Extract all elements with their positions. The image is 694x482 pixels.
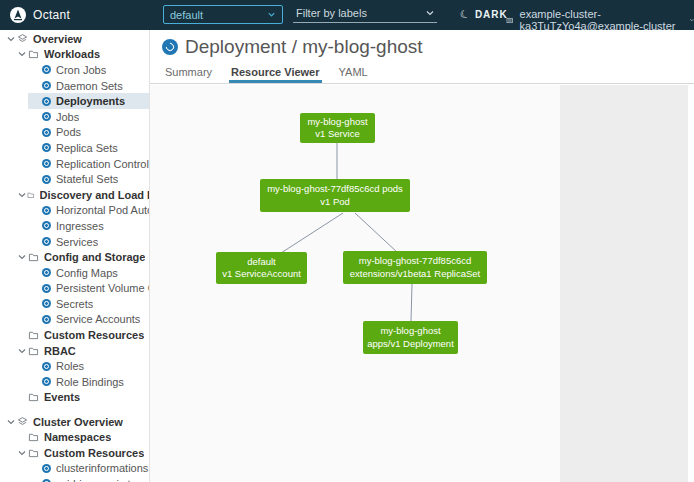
sidebar-item-config-and-storage[interactable]: Config and Storage xyxy=(0,249,149,265)
chevron-down-icon[interactable] xyxy=(17,252,27,262)
graph-node-pod[interactable]: my-blog-ghost-77df85c6cd podsv1 Pod xyxy=(260,179,410,212)
resource-icon xyxy=(42,112,51,121)
chevron-slot xyxy=(17,252,28,262)
resource-icon xyxy=(42,143,51,152)
sidebar-item-replication-controllers[interactable]: Replication Controllers xyxy=(28,156,149,172)
node-label-line: my-blog-ghost xyxy=(380,325,440,337)
graph-node-replicaset[interactable]: my-blog-ghost-77df85c6cdextensions/v1bet… xyxy=(343,251,487,284)
sidebar-item-stateful-sets[interactable]: Stateful Sets xyxy=(28,171,149,187)
sidebar-item-clusterinformations-crd-projec[interactable]: clusterinformations.crd.projec xyxy=(28,461,149,477)
tab-bar: SummaryResource ViewerYAML xyxy=(150,64,694,84)
node-label-line: extensions/v1beta1 ReplicaSet xyxy=(350,268,480,280)
label-filter-input[interactable]: Filter by labels xyxy=(293,5,437,23)
chevron-down-icon[interactable] xyxy=(17,346,27,356)
sidebar-item-label: Config Maps xyxy=(56,267,118,279)
tab-summary[interactable]: Summary xyxy=(163,64,214,83)
namespace-select[interactable]: default xyxy=(163,5,283,24)
sidebar-item-label: Custom Resources xyxy=(44,329,144,341)
resource-icon xyxy=(42,268,51,277)
sidebar-item-persistent-volume-claims[interactable]: Persistent Volume Claims xyxy=(28,281,149,297)
sidebar-item-label: Cluster Overview xyxy=(33,416,123,428)
cluster-context-dropdown[interactable]: example-cluster-ka3TuTzYo4a@example-clus… xyxy=(506,8,694,32)
sidebar-item-pods[interactable]: Pods xyxy=(28,125,149,141)
node-label-line: my-blog-ghost-77df85c6cd pods xyxy=(267,183,403,195)
node-label-line: apps/v1 Deployment xyxy=(367,338,454,350)
sidebar-item-jobs[interactable]: Jobs xyxy=(28,109,149,125)
sidebar-item-label: Config and Storage xyxy=(44,251,145,263)
deployment-icon xyxy=(162,39,178,55)
sidebar-item-custom-resources[interactable]: Custom Resources xyxy=(0,327,149,343)
sidebar-item-daemon-sets[interactable]: Daemon Sets xyxy=(28,78,149,94)
sidebar-item-label: Service Accounts xyxy=(56,313,140,325)
chevron-down-icon[interactable] xyxy=(17,448,27,458)
resource-icon xyxy=(42,464,51,473)
sidebar-item-label: Replica Sets xyxy=(56,142,118,154)
folder-icon xyxy=(28,330,39,340)
sidebar-item-rbac[interactable]: RBAC xyxy=(0,343,149,359)
graph-node-serviceaccount[interactable]: defaultv1 ServiceAccount xyxy=(216,252,307,284)
sidebar-item-events[interactable]: Events xyxy=(0,390,149,406)
chevron-down-icon[interactable] xyxy=(17,190,27,200)
sidebar-item-replica-sets[interactable]: Replica Sets xyxy=(28,140,149,156)
node-label-line: default xyxy=(247,256,276,268)
chevron-down-icon[interactable] xyxy=(17,49,27,59)
folder-icon xyxy=(28,448,39,458)
sidebar-item-label: Role Bindings xyxy=(56,376,124,388)
sidebar-item-secrets[interactable]: Secrets xyxy=(28,296,149,312)
node-label-line: my-blog-ghost xyxy=(307,116,367,128)
dark-mode-toggle[interactable]: ☾ DARK xyxy=(460,8,508,21)
node-label-line: v1 Pod xyxy=(320,196,350,208)
sidebar-item-label: Daemon Sets xyxy=(56,80,123,92)
sidebar-item-deployments[interactable]: Deployments xyxy=(28,93,149,109)
layers-icon xyxy=(17,33,28,44)
sidebar-item-label: Overview xyxy=(33,33,82,45)
sidebar-item-label: Deployments xyxy=(56,95,125,107)
sidebar-item-discovery-and-load-balancing[interactable]: Discovery and Load Balancing xyxy=(0,187,149,203)
sidebar-item-cluster-overview[interactable]: Cluster Overview xyxy=(0,414,149,430)
resource-icon xyxy=(42,315,51,324)
octant-logo-icon xyxy=(10,7,26,23)
tab-resource-viewer[interactable]: Resource Viewer xyxy=(229,64,321,83)
sidebar-item-overview[interactable]: Overview xyxy=(0,31,149,47)
sidebar-item-horizontal-pod-autoscalers[interactable]: Horizontal Pod Autoscalers xyxy=(28,203,149,219)
resource-icon xyxy=(42,221,51,230)
resource-icon xyxy=(42,206,51,215)
resource-icon xyxy=(42,65,51,74)
resource-icon xyxy=(42,362,51,371)
resource-icon xyxy=(42,377,51,386)
chevron-down-icon[interactable] xyxy=(6,417,16,427)
tab-yaml[interactable]: YAML xyxy=(337,64,370,83)
sidebar-item-ingresses[interactable]: Ingresses xyxy=(28,218,149,234)
graph-node-deployment[interactable]: my-blog-ghostapps/v1 Deployment xyxy=(363,321,458,354)
sidebar-item-label: Namespaces xyxy=(44,431,111,443)
graph-node-service[interactable]: my-blog-ghostv1 Service xyxy=(300,113,375,143)
resource-icon xyxy=(42,128,51,137)
scrollbar-track xyxy=(688,85,694,482)
folder-icon xyxy=(28,346,39,356)
octant-app: Octant default Filter by labels ☾ DARK e… xyxy=(0,0,694,482)
content-header: Deployment / my-blog-ghost xyxy=(150,30,694,64)
chevron-down-icon[interactable] xyxy=(6,34,16,44)
sidebar-item-workloads[interactable]: Workloads xyxy=(0,47,149,63)
sidebar-item-services[interactable]: Services xyxy=(28,234,149,250)
sidebar-item-label: Custom Resources xyxy=(44,447,144,459)
folder-icon xyxy=(28,252,39,262)
sidebar-item-config-maps[interactable]: Config Maps xyxy=(28,265,149,281)
sidebar-item-label: Pods xyxy=(56,126,81,138)
resource-viewer-canvas: my-blog-ghostv1 Servicemy-blog-ghost-77d… xyxy=(150,85,694,482)
sidebar-item-roles[interactable]: Roles xyxy=(28,358,149,374)
sidebar-nav-list: OverviewWorkloadsCron JobsDaemon SetsDep… xyxy=(0,31,149,482)
sidebar-item-custom-resources[interactable]: Custom Resources xyxy=(0,445,149,461)
sidebar-item-label: Stateful Sets xyxy=(56,173,118,185)
sidebar-item-csidrivers-csi-storage-k8s-io[interactable]: csidrivers.csi.storage.k8s.io xyxy=(28,476,149,482)
sidebar-item-label: Workloads xyxy=(44,48,100,60)
sidebar-item-label: Jobs xyxy=(56,111,79,123)
node-label-line: my-blog-ghost-77df85c6cd xyxy=(359,255,471,267)
sidebar-item-label: Ingresses xyxy=(56,220,104,232)
sidebar-item-service-accounts[interactable]: Service Accounts xyxy=(28,312,149,328)
chevron-slot xyxy=(17,448,28,458)
sidebar-item-label: csidrivers.csi.storage.k8s.io xyxy=(56,478,149,482)
sidebar-item-role-bindings[interactable]: Role Bindings xyxy=(28,374,149,390)
sidebar-item-cron-jobs[interactable]: Cron Jobs xyxy=(28,62,149,78)
sidebar-item-namespaces[interactable]: Namespaces xyxy=(0,429,149,445)
